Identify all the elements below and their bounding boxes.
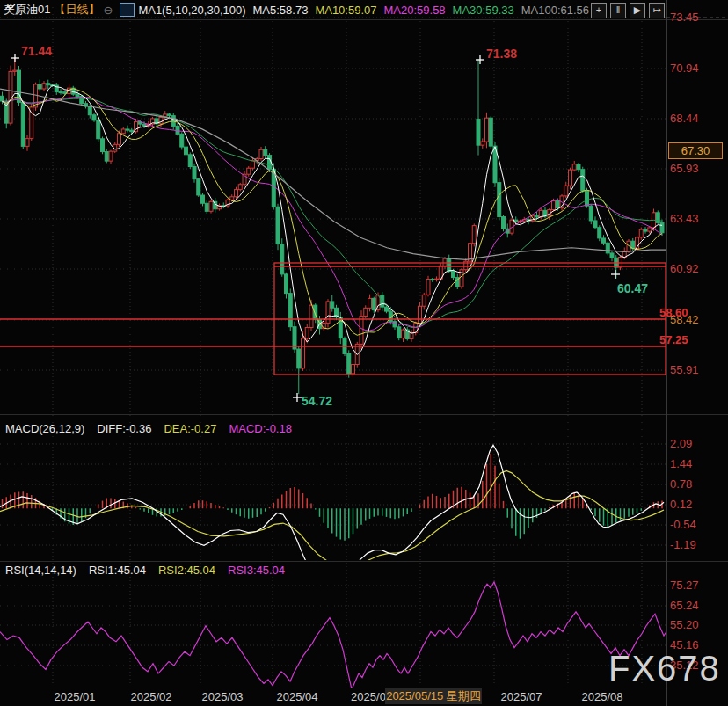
- high-label-1: 71.44: [21, 44, 52, 58]
- ma30-value: MA30:59.33: [453, 4, 514, 17]
- price-axis-tick: 63.43: [670, 212, 726, 225]
- crosshair-date-label: 2025/05/15 星期四: [385, 688, 482, 704]
- macd-panel: [0, 445, 664, 579]
- goto-latest-icon[interactable]: ↦: [649, 3, 665, 18]
- rsi-header: RSI(14,14,14) RSI1:45.04 RSI2:45.04 RSI3…: [5, 564, 285, 578]
- auto-scroll-icon[interactable]: ▶: [630, 3, 645, 18]
- watermark-logo: FX678: [608, 649, 721, 688]
- macd-label[interactable]: MACD(26,12,9): [5, 422, 84, 436]
- crosshair-price-label: 67.30: [668, 142, 723, 159]
- annotation-crosses: [11, 54, 620, 402]
- price-axis-tick: 55.91: [670, 363, 726, 376]
- rsi3-value: RSI3:45.04: [228, 564, 285, 578]
- macd-diff-value: DIFF:-0.36: [97, 422, 151, 436]
- price-axis-tick: 68.44: [670, 112, 726, 125]
- rsi-axis-tick: 65.24: [670, 599, 726, 612]
- axis-scale-icon[interactable]: ‖: [610, 3, 626, 18]
- user-drawings: [0, 263, 666, 375]
- macd-axis-tick: 1.44: [670, 457, 726, 470]
- chart-toolbar: +‖▶↦: [591, 3, 665, 18]
- rsi2-value: RSI2:45.04: [158, 564, 215, 578]
- collapse-icon[interactable]: ⊖: [103, 4, 113, 17]
- chart-header: 美原油01 【日线】 ⊖ MA1(5,10,20,30,100) MA5:58.…: [4, 2, 589, 18]
- date-axis-tick: 2025/02: [131, 690, 172, 703]
- macd-axis-tick: 2.09: [670, 437, 726, 450]
- date-axis-tick: 2025/03: [202, 690, 244, 703]
- macd-dea-value: DEA:-0.27: [164, 422, 216, 436]
- level-price-label: 57.25: [659, 333, 688, 346]
- macd-axis-tick: 0.78: [670, 477, 726, 491]
- macd-axis-tick: -1.19: [670, 538, 726, 551]
- price-axis-tick: 60.92: [670, 262, 726, 275]
- trading-chart-window: 美原油01 【日线】 ⊖ MA1(5,10,20,30,100) MA5:58.…: [0, 0, 728, 706]
- high-label-2: 71.38: [486, 47, 517, 61]
- low-label-2: 54.72: [302, 394, 332, 408]
- price-axis-tick: 70.94: [670, 62, 726, 75]
- rsi-panel: [0, 582, 666, 689]
- date-axis-tick: 2025/04: [277, 690, 318, 703]
- date-axis-tick: 2025/0: [351, 690, 386, 703]
- level-price-label: 58.60: [659, 306, 688, 319]
- macd-axis-tick: -0.54: [670, 518, 726, 531]
- chart-canvas[interactable]: [0, 0, 728, 706]
- kline-style-icon[interactable]: [120, 3, 135, 17]
- ma-group-label[interactable]: MA1(5,10,20,30,100): [138, 4, 245, 17]
- low-label-1: 60.47: [617, 281, 648, 295]
- price-axis-tick: 65.93: [670, 162, 726, 175]
- date-axis-tick: 2025/01: [55, 690, 96, 703]
- price-axis-tick: 73.45: [670, 11, 726, 24]
- rsi-axis-tick: 75.27: [670, 579, 726, 592]
- macd-axis-tick: 0.12: [670, 498, 726, 511]
- date-axis-tick: 2025/07: [501, 690, 542, 703]
- pan-icon[interactable]: +: [591, 3, 607, 18]
- macd-header: MACD(26,12,9) DIFF:-0.36 DEA:-0.27 MACD:…: [5, 422, 292, 436]
- rsi-label[interactable]: RSI(14,14,14): [5, 564, 76, 578]
- date-axis-tick: 2025/08: [582, 690, 623, 703]
- ma10-value: MA10:59.07: [315, 4, 376, 17]
- ma20-value: MA20:59.58: [384, 4, 446, 17]
- ma100-value: MA100:61.56: [521, 4, 589, 17]
- rsi1-value: RSI1:45.04: [89, 564, 146, 578]
- rsi-axis-tick: 55.20: [670, 618, 726, 631]
- macd-macd-value: MACD:-0.18: [229, 422, 292, 436]
- ma5-value: MA5:58.73: [253, 4, 309, 17]
- period-selector[interactable]: 【日线】: [54, 2, 99, 18]
